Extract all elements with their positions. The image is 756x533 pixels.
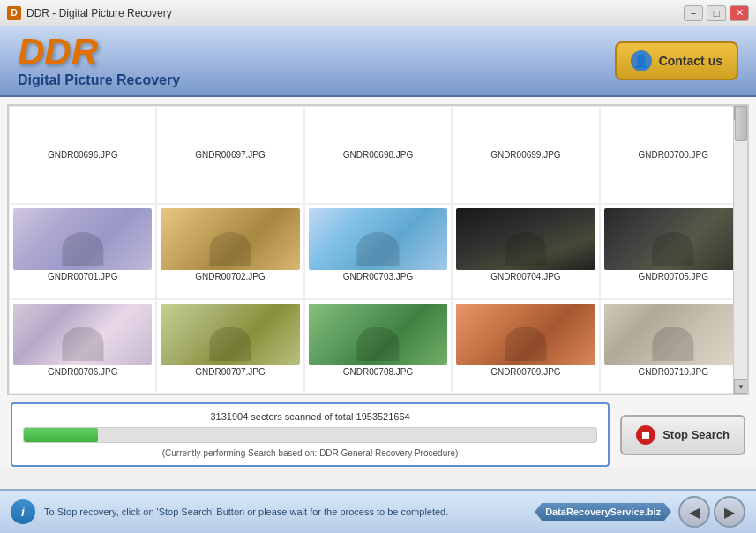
photo-cell-704[interactable]: GNDR00704.JPG (452, 204, 599, 298)
photo-cell-name-697: GNDR00697.JPG (156, 106, 303, 204)
nav-back-button[interactable]: ◀ (678, 496, 710, 528)
minimize-button[interactable]: − (684, 5, 703, 21)
brand-label: DataRecoveryService.biz (535, 503, 671, 521)
photo-cell-name-699: GNDR00699.JPG (452, 106, 599, 204)
photo-name-700: GNDR00700.JPG (639, 150, 708, 160)
photo-name-699: GNDR00699.JPG (490, 150, 560, 160)
photo-name-710: GNDR00710.JPG (639, 367, 708, 377)
photo-name-703: GNDR00703.JPG (343, 272, 413, 282)
photo-thumb-710 (604, 304, 743, 365)
nav-forward-button[interactable]: ▶ (714, 496, 745, 528)
contact-button[interactable]: 👤 Contact us (615, 41, 738, 80)
stop-search-label: Stop Search (662, 428, 730, 441)
app-subtitle: Digital Picture Recovery (18, 72, 180, 88)
photo-cell-710[interactable]: GNDR00710.JPG (600, 299, 747, 394)
photo-name-701: GNDR00701.JPG (48, 272, 117, 282)
contact-icon: 👤 (631, 50, 652, 71)
title-bar: D DDR - Digital Picture Recovery − □ ✕ (0, 0, 756, 26)
close-button[interactable]: ✕ (730, 5, 749, 21)
photo-cell-name-700: GNDR00700.JPG (600, 106, 747, 204)
photo-thumb-706 (13, 304, 152, 365)
footer-brand: DataRecoveryService.biz (535, 503, 671, 521)
photo-name-709: GNDR00709.JPG (490, 367, 560, 377)
photo-name-697: GNDR00697.JPG (195, 150, 265, 160)
photo-name-702: GNDR00702.JPG (195, 272, 265, 282)
photo-name-706: GNDR00706.JPG (48, 367, 117, 377)
scroll-thumb[interactable] (735, 106, 747, 141)
header-branding: DDR Digital Picture Recovery (18, 34, 180, 88)
photo-cell-703[interactable]: GNDR00703.JPG (304, 204, 452, 298)
photo-cell-name-696: GNDR00696.JPG (9, 106, 156, 204)
photo-cell-702[interactable]: GNDR00702.JPG (156, 204, 303, 298)
photo-col-1: GNDR00696.JPG GNDR00701.JPG GNDR00706.JP… (9, 106, 156, 394)
photo-grid: GNDR00696.JPG GNDR00701.JPG GNDR00706.JP… (9, 106, 747, 394)
progress-bar-container (23, 427, 597, 443)
app-icon: D (7, 6, 21, 20)
scan-progress-text: 3131904 sectors scanned of total 1953521… (23, 411, 597, 422)
progress-bar-fill (24, 428, 98, 442)
photo-cell-705[interactable]: GNDR00705.JPG (600, 204, 747, 298)
photo-name-705: GNDR00705.JPG (639, 272, 708, 282)
photo-name-707: GNDR00707.JPG (195, 367, 265, 377)
photo-thumb-704 (456, 208, 595, 270)
stop-icon: ⏹ (636, 425, 655, 445)
title-bar-controls: − □ ✕ (684, 5, 749, 21)
photo-name-704: GNDR00704.JPG (490, 272, 560, 282)
title-bar-left: D DDR - Digital Picture Recovery (7, 6, 172, 20)
photo-thumb-708 (309, 304, 447, 365)
photo-cell-706[interactable]: GNDR00706.JPG (9, 299, 156, 394)
photo-name-708: GNDR00708.JPG (343, 367, 413, 377)
scroll-down-arrow[interactable]: ▼ (734, 379, 748, 394)
photo-col-5: GNDR00700.JPG GNDR00705.JPG GNDR00710.JP… (600, 106, 747, 394)
photo-thumb-702 (161, 208, 299, 270)
photo-thumb-703 (309, 208, 447, 270)
photo-cell-707[interactable]: GNDR00707.JPG (156, 299, 303, 394)
title-bar-text: DDR - Digital Picture Recovery (26, 7, 172, 19)
info-icon: i (11, 499, 35, 524)
scrollbar[interactable]: ▲ ▼ (733, 106, 747, 394)
photo-cell-name-698: GNDR00698.JPG (304, 106, 452, 204)
nav-buttons: ◀ ▶ (678, 496, 745, 528)
photo-col-2: GNDR00697.JPG GNDR00702.JPG GNDR00707.JP… (156, 106, 303, 394)
photo-name-698: GNDR00698.JPG (343, 150, 413, 160)
contact-label: Contact us (659, 54, 722, 68)
photo-thumb-701 (13, 208, 152, 270)
photo-col-3: GNDR00698.JPG GNDR00703.JPG GNDR00708.JP… (304, 106, 452, 394)
photo-thumb-705 (604, 208, 743, 270)
footer-left: i To Stop recovery, click on 'Stop Searc… (11, 499, 448, 524)
progress-subtext: (Currently performing Search based on: D… (23, 448, 597, 458)
footer-message: To Stop recovery, click on 'Stop Search'… (44, 507, 448, 517)
footer: i To Stop recovery, click on 'Stop Searc… (0, 489, 756, 533)
progress-box: 3131904 sectors scanned of total 1953521… (11, 402, 610, 467)
photo-thumb-709 (456, 304, 595, 365)
photo-thumb-707 (161, 304, 299, 365)
photo-cell-708[interactable]: GNDR00708.JPG (304, 299, 452, 394)
header: DDR Digital Picture Recovery 👤 Contact u… (0, 26, 756, 97)
photo-cell-701[interactable]: GNDR00701.JPG (9, 204, 156, 298)
stop-search-button[interactable]: ⏹ Stop Search (620, 415, 745, 455)
photo-container: GNDR00696.JPG GNDR00701.JPG GNDR00706.JP… (7, 104, 749, 395)
photo-cell-709[interactable]: GNDR00709.JPG (452, 299, 599, 394)
progress-area: 3131904 sectors scanned of total 1953521… (7, 402, 749, 467)
maximize-button[interactable]: □ (707, 5, 726, 21)
photo-name-696: GNDR00696.JPG (48, 150, 117, 160)
main-content: GNDR00696.JPG GNDR00701.JPG GNDR00706.JP… (0, 97, 756, 468)
ddr-logo: DDR (18, 34, 180, 71)
photo-col-4: GNDR00699.JPG GNDR00704.JPG GNDR00709.JP… (452, 106, 599, 394)
